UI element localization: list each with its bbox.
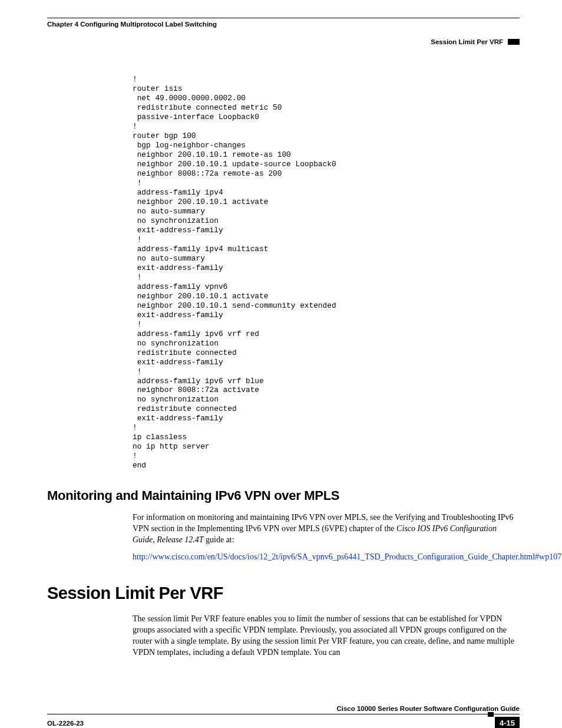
reference-link[interactable]: http://www.cisco.com/en/US/docs/ios/12_2…	[133, 552, 562, 561]
page-header: Chapter 4 Configuring Multiprotocol Labe…	[47, 21, 520, 28]
paragraph-session-limit: The session limit Per VRF feature enable…	[133, 614, 520, 658]
config-code-block: ! router isis net 49.0000.0000.0002.00 r…	[133, 75, 520, 470]
header-section: Session Limit Per VRF	[431, 38, 503, 45]
paragraph-monitoring-intro: For information on monitoring and mainta…	[133, 512, 520, 546]
header-marker-icon	[508, 39, 520, 45]
header-chapter: Chapter 4 Configuring Multiprotocol Labe…	[47, 21, 217, 28]
footer-rule	[47, 714, 520, 714]
page-footer: Cisco 10000 Series Router Software Confi…	[47, 705, 520, 728]
footer-doc-id: OL-2226-23	[47, 720, 84, 727]
footer-book-title: Cisco 10000 Series Router Software Confi…	[47, 705, 520, 712]
text: guide at:	[204, 535, 234, 544]
footer-page-number: 4-15	[495, 717, 520, 728]
heading-monitoring: Monitoring and Maintaining IPv6 VPN over…	[47, 488, 520, 503]
heading-session-limit: Session Limit Per VRF	[47, 584, 520, 603]
header-rule	[47, 18, 520, 18]
